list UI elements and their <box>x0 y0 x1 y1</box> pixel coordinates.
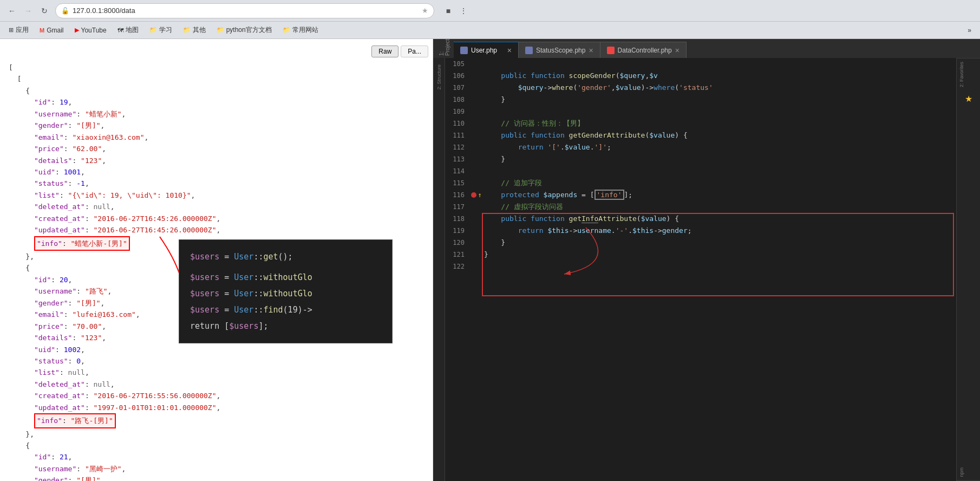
status-scope-icon <box>525 47 533 54</box>
popup-line-3: $users = User::withoutGlo <box>190 285 381 302</box>
gutter-107 <box>471 82 482 94</box>
favorites-label[interactable]: 2: Favorites <box>957 58 980 90</box>
line-content-119: return $this->username.'-'.$this->gender… <box>482 225 956 237</box>
json-panel-wrapper: Raw Pa... [ [ { "id": 19, "username": "蜡… <box>0 39 433 481</box>
code-line-108: 108 } <box>445 94 956 106</box>
line-num-122: 122 <box>445 261 471 272</box>
code-line-113: 113 } <box>445 153 956 165</box>
line-content-110: // 访问器：性别：【男】 <box>482 118 956 129</box>
gutter-112 <box>471 141 482 153</box>
popup-line-2: $users = User::withoutGlo <box>190 269 381 285</box>
main-area: Raw Pa... [ [ { "id": 19, "username": "蜡… <box>0 39 980 481</box>
gutter-122 <box>471 261 482 272</box>
line-num-106: 106 <box>445 70 471 82</box>
line-num-111: 111 <box>445 129 471 141</box>
bookmark-apps-label: 应用 <box>16 25 29 35</box>
line-content-107: $query->where('gender',$value)->where('s… <box>482 82 956 94</box>
forward-button[interactable]: → <box>21 3 36 18</box>
star-icon[interactable]: ★ <box>422 6 428 15</box>
structure-label[interactable]: 2: Structure <box>435 62 443 92</box>
breakpoint-116 <box>471 192 476 198</box>
star-bookmark-icon[interactable]: ★ <box>957 90 980 107</box>
parsed-button[interactable]: Pa... <box>401 46 428 57</box>
line-content-111: public function getGenderAttribute($valu… <box>482 129 956 141</box>
project-sidebar-label[interactable]: 1: Project <box>435 39 454 58</box>
line-num-109: 109 <box>445 106 471 118</box>
line-content-108: } <box>482 94 956 106</box>
line-num-114: 114 <box>445 165 471 177</box>
menu-icon[interactable]: ⋮ <box>457 4 470 17</box>
bookmark-gmail-label: Gmail <box>47 27 63 34</box>
line-content-105 <box>482 58 956 70</box>
bookmark-other[interactable]: 📁 其他 <box>179 24 210 36</box>
gutter-113 <box>471 153 482 165</box>
other-folder-icon: 📁 <box>183 27 191 34</box>
bookmark-more[interactable]: » <box>963 25 976 36</box>
line-content-113: } <box>482 153 956 165</box>
code-line-110: 110 // 访问器：性别：【男】 <box>445 118 956 129</box>
extensions-icon[interactable]: ■ <box>442 4 455 17</box>
line-content-117: // 虚拟字段访问器 <box>482 201 956 213</box>
npm-label[interactable]: npm <box>957 464 980 481</box>
tab-status-scope-close[interactable]: × <box>589 46 593 55</box>
tab-user-php-close[interactable]: × <box>507 46 512 55</box>
gutter-106 <box>471 70 482 82</box>
tab-data-controller-close[interactable]: × <box>675 46 680 55</box>
json-toolbar: Raw Pa... <box>0 43 433 60</box>
code-line-122: 122 <box>445 261 956 272</box>
study-folder-icon: 📁 <box>149 27 157 34</box>
gutter-110 <box>471 118 482 129</box>
gutter-109 <box>471 106 482 118</box>
bookmark-study[interactable]: 📁 学习 <box>145 24 177 36</box>
browser-chrome: ← → ↻ 🔓 127.0.0.1:8000/data ★ ■ ⋮ <box>0 0 980 22</box>
back-button[interactable]: ← <box>4 3 19 18</box>
gutter-119 <box>471 225 482 237</box>
code-line-112: 112 return '['.$value.']'; <box>445 141 956 153</box>
info-field-1: "info": "蜡笔小新-[男]" <box>34 236 130 251</box>
line-num-107: 107 <box>445 82 471 94</box>
data-controller-icon <box>607 47 615 54</box>
code-line-111: 111 public function getGenderAttribute($… <box>445 129 956 141</box>
line-num-105: 105 <box>445 58 471 70</box>
bookmark-apps[interactable]: ⊞ 应用 <box>4 24 33 36</box>
line-num-115: 115 <box>445 177 471 189</box>
code-line-109: 109 <box>445 106 956 118</box>
line-num-121: 121 <box>445 249 471 261</box>
bookmark-python-label: python官方文档 <box>226 25 272 35</box>
code-popup: $users = User::get(); $users = User::wit… <box>179 239 393 343</box>
gutter-105 <box>471 58 482 70</box>
reload-button[interactable]: ↻ <box>37 3 52 18</box>
popup-line-5: return [$users]; <box>190 318 381 334</box>
info-field-2: "info": "路飞-[男]" <box>34 413 116 428</box>
tab-data-controller-label: DataController.php <box>618 47 672 54</box>
arrow-indicator-116: ↑ <box>478 189 481 201</box>
maps-icon: 🗺 <box>117 27 123 34</box>
tab-data-controller[interactable]: DataController.php × <box>600 42 687 58</box>
tab-status-scope[interactable]: StatusScope.php × <box>519 42 600 58</box>
code-line-121: 121 } <box>445 249 956 261</box>
bookmark-gmail[interactable]: M Gmail <box>35 25 68 36</box>
bookmarks-bar: ⊞ 应用 M Gmail ▶ YouTube 🗺 地图 📁 学习 📁 其他 📁 … <box>0 22 980 39</box>
bookmark-python[interactable]: 📁 python官方文档 <box>212 24 276 36</box>
line-content-120: } <box>482 237 956 249</box>
popup-line-4: $users = User::find(19)-> <box>190 302 381 318</box>
address-bar[interactable]: 🔓 127.0.0.1:8000/data ★ <box>55 3 434 18</box>
youtube-icon: ▶ <box>75 27 79 34</box>
gutter-108 <box>471 94 482 106</box>
bookmark-common[interactable]: 📁 常用网站 <box>278 24 323 36</box>
gutter-121 <box>471 249 482 261</box>
user-php-icon <box>460 47 468 54</box>
right-side-panels: 2: Favorites ★ npm <box>956 58 980 481</box>
ide-code-area[interactable]: 105 106 public function scopeGender($que… <box>445 58 956 481</box>
bookmark-other-label: 其他 <box>193 25 206 35</box>
line-content-118: public function getInfoAttribute($value)… <box>482 213 956 225</box>
bookmark-youtube[interactable]: ▶ YouTube <box>70 25 111 36</box>
line-num-112: 112 <box>445 141 471 153</box>
tab-user-php[interactable]: User.php × <box>454 42 519 58</box>
tab-user-php-label: User.php <box>471 47 497 54</box>
browser-action-icons: ■ ⋮ <box>442 4 470 17</box>
bookmark-maps[interactable]: 🗺 地图 <box>113 24 143 36</box>
code-line-114: 114 <box>445 165 956 177</box>
raw-button[interactable]: Raw <box>371 46 398 57</box>
python-folder-icon: 📁 <box>217 27 224 34</box>
